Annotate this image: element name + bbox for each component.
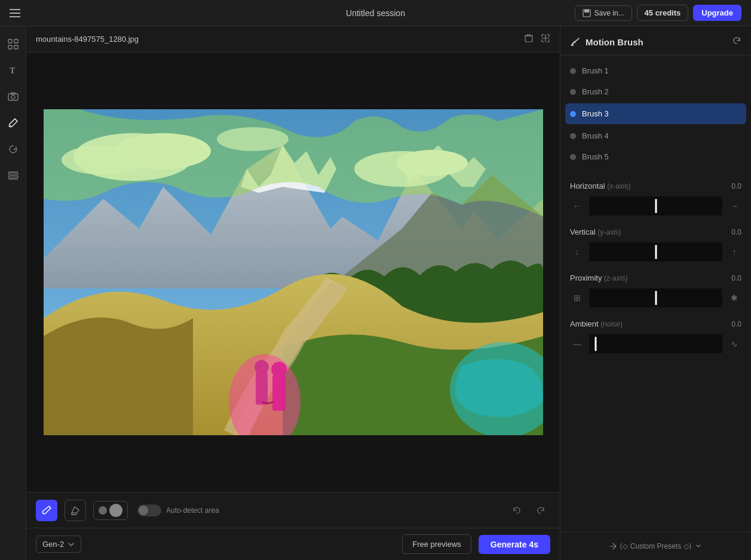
text-icon: T [8, 65, 19, 76]
slider-value-2: 0.0 [731, 274, 741, 282]
slider-track-2[interactable] [589, 288, 722, 307]
sidebar-icon-brush[interactable] [2, 112, 24, 134]
slider-track-3[interactable] [589, 334, 722, 353]
brush-item-2[interactable]: Brush 2 [560, 81, 751, 102]
auto-detect-area: Auto-detect area [137, 504, 219, 516]
slider-icon-right-3: ∿ [727, 339, 741, 349]
brush-label-4: Brush 4 [582, 131, 609, 140]
reset-button[interactable] [732, 36, 741, 48]
slider-thumb-3 [595, 337, 597, 351]
motion-brush-icon [570, 36, 581, 47]
slider-group-0: Horizontal (x-axis) 0.0 ← → [570, 181, 741, 216]
right-panel: Motion Brush Brush 1 Brush 2 Brush 3 Bru… [560, 26, 751, 560]
svg-point-28 [255, 360, 269, 374]
bottom-toolbar: Auto-detect area [26, 492, 560, 528]
sidebar-icon-refresh[interactable] [2, 139, 24, 160]
slider-group-3: Ambient (noise) 0.0 — ∿ [570, 319, 741, 353]
credits-button[interactable]: 45 credits [637, 5, 689, 21]
slider-group-1: Vertical (y-axis) 0.0 ↓ ↑ [570, 227, 741, 261]
brush-dot-5 [570, 154, 576, 160]
brush-tool-icon [41, 505, 52, 516]
svg-text:T: T [10, 66, 16, 75]
topbar-right: Save in... 45 credits Upgrade [575, 5, 741, 21]
sidebar-icon-text[interactable]: T [2, 60, 24, 81]
brush-size-selector[interactable] [93, 501, 128, 520]
custom-presets-label: ⟨◇ Custom Presets ◇⟩ [620, 542, 691, 550]
svg-rect-11 [8, 176, 18, 178]
brush-label-5: Brush 5 [582, 152, 609, 161]
brush-item-1[interactable]: Brush 1 [560, 60, 751, 81]
canvas-viewport[interactable] [26, 53, 560, 492]
canvas-header-actions [524, 33, 550, 45]
svg-point-30 [271, 362, 287, 377]
slider-label-3: Ambient (noise) [570, 319, 623, 328]
svg-rect-1 [584, 10, 589, 13]
svg-rect-3 [14, 39, 18, 43]
eraser-tool-icon [70, 505, 81, 516]
auto-detect-toggle[interactable] [137, 504, 161, 516]
eraser-tool-button[interactable] [65, 500, 86, 521]
slider-icon-left-2: ⊞ [570, 293, 584, 303]
slider-icon-right-1: ↑ [727, 247, 741, 257]
slider-icon-right-2: ✱ [727, 293, 741, 303]
brush-size-large [109, 504, 122, 517]
undo-redo-group [507, 501, 550, 520]
slider-thumb-1 [655, 245, 657, 259]
auto-detect-label: Auto-detect area [166, 506, 219, 515]
right-panel-header: Motion Brush [560, 26, 751, 56]
svg-rect-10 [8, 173, 18, 175]
slider-track-0[interactable] [589, 196, 722, 216]
slider-group-2: Proximity (z-axis) 0.0 ⊞ ✱ [570, 273, 741, 307]
slider-label-row-2: Proximity (z-axis) 0.0 [570, 273, 741, 282]
menu-icon[interactable] [10, 9, 20, 17]
sidebar-icon-grid[interactable] [2, 33, 24, 55]
slider-icon-right-0: → [727, 201, 741, 211]
generate-button[interactable]: Generate 4s [479, 535, 550, 554]
fit-icon[interactable] [541, 33, 550, 45]
upgrade-button[interactable]: Upgrade [693, 5, 741, 21]
brush-dot-4 [570, 133, 576, 139]
topbar: Untitled session Save in... 45 credits U… [0, 0, 751, 26]
filename: mountains-8497575_1280.jpg [36, 35, 139, 44]
brush-item-3[interactable]: Brush 3 [565, 103, 746, 124]
slider-row-2: ⊞ ✱ [570, 288, 741, 307]
free-previews-button[interactable]: Free previews [402, 534, 471, 554]
gen-model-selector[interactable]: Gen-2 [36, 536, 81, 553]
slider-label-row-0: Horizontal (x-axis) 0.0 [570, 181, 741, 190]
layers-icon [8, 170, 19, 181]
undo-button[interactable] [507, 501, 526, 520]
slider-value-0: 0.0 [731, 182, 741, 190]
center-area: mountains-8497575_1280.jpg [26, 26, 560, 560]
brush-label-1: Brush 1 [582, 66, 609, 75]
brush-dot-3 [570, 111, 576, 117]
brush-item-4[interactable]: Brush 4 [560, 125, 751, 146]
slider-row-1: ↓ ↑ [570, 242, 741, 261]
topbar-left [10, 9, 20, 17]
save-button[interactable]: Save in... [575, 5, 632, 21]
brush-tool-button[interactable] [36, 500, 57, 521]
svg-rect-27 [256, 372, 268, 405]
brush-item-5[interactable]: Brush 5 [560, 146, 751, 167]
slider-label-0: Horizontal (x-axis) [570, 181, 630, 190]
brush-label-3: Brush 3 [582, 109, 609, 118]
delete-icon[interactable] [524, 33, 534, 45]
chevron-down-icon [68, 541, 75, 548]
presets-icon [609, 542, 617, 550]
brush-size-small [99, 506, 107, 515]
toggle-knob [139, 506, 148, 515]
slider-thumb-2 [655, 291, 657, 305]
redo-button[interactable] [531, 501, 550, 520]
slider-thumb-0 [655, 199, 657, 213]
slider-track-1[interactable] [589, 242, 722, 261]
panel-title: Motion Brush [570, 36, 643, 47]
canvas-image-container [44, 109, 543, 435]
custom-presets-footer[interactable]: ⟨◇ Custom Presets ◇⟩ [560, 532, 751, 560]
slider-icon-left-1: ↓ [570, 247, 584, 257]
sliders-section: Horizontal (x-axis) 0.0 ← → Vertical (y-… [560, 172, 751, 363]
sidebar-icon-layers[interactable] [2, 165, 24, 186]
landscape-image [44, 109, 543, 435]
svg-point-8 [11, 96, 15, 99]
save-icon [583, 9, 591, 17]
svg-rect-29 [272, 375, 286, 411]
sidebar-icon-camera[interactable] [2, 86, 24, 107]
